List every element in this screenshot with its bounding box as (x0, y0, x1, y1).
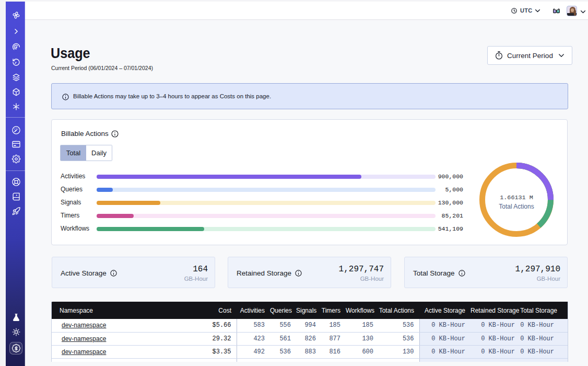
svg-text:1.66131 M: 1.66131 M (500, 194, 533, 201)
svg-text:Total Actions: Total Actions (499, 203, 534, 210)
